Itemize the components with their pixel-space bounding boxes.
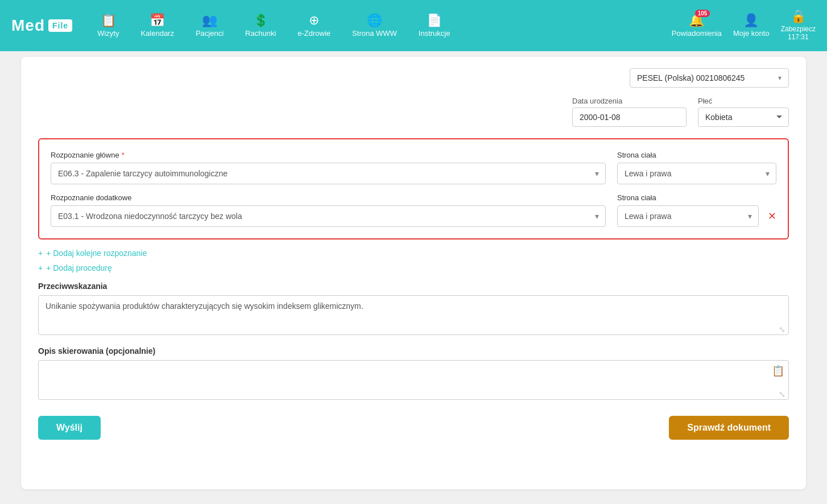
gender-group: Płeć Kobieta Mężczyzna — [698, 97, 789, 127]
date-gender-row: Data urodzenia Płeć Kobieta Mężczyzna — [38, 97, 789, 127]
nav-item-powiadomienia[interactable]: 🔔 105 Powiadomienia — [672, 14, 722, 38]
lock-icon: 🔒 — [791, 10, 806, 23]
nav-item-ezdrowie[interactable]: ⊕ e-Zdrowie — [290, 10, 338, 42]
referral-wrap: 📋 ⤡ — [38, 360, 789, 402]
side-select-2[interactable]: Lewa i prawa Lewa Prawa Brak — [617, 205, 759, 227]
side-select-1[interactable]: Lewa i prawa Lewa Prawa Brak — [617, 163, 776, 184]
clipboard-icon: 📋 — [101, 14, 116, 27]
nav-item-instrukcje[interactable]: 📄 Instrukcje — [411, 10, 458, 42]
logo-med: Med — [11, 16, 45, 35]
diagnosis-box: Rozpoznanie główne* E06.3 - Zapalenie ta… — [38, 138, 789, 239]
nav-label-rachunki: Rachunki — [245, 29, 276, 38]
add-diagnosis-label: + Dodaj kolejne rozpoznanie — [46, 249, 147, 258]
nav-items: 📋 Wizyty 📅 Kalendarz 👥 Pacjenci 💲 Rachun… — [89, 10, 672, 42]
nav-item-kalendarz[interactable]: 📅 Kalendarz — [133, 10, 182, 42]
nav-label-wizyty: Wizyty — [97, 29, 119, 38]
main-content: PESEL (Polska) 00210806245 ▾ Data urodze… — [21, 57, 806, 489]
add-procedure-label: + Dodaj procedurę — [46, 263, 112, 272]
contraindications-textarea[interactable] — [38, 295, 789, 335]
send-button[interactable]: Wyślij — [38, 416, 101, 440]
diagnosis-extra-select[interactable]: E03.1 - Wrodzona niedoczynność tarczycy … — [51, 205, 606, 227]
nav-label-kalendarz: Kalendarz — [140, 29, 174, 38]
patients-icon: 👥 — [202, 14, 217, 27]
side-select-2-wrap: Lewa i prawa Lewa Prawa Brak ▾ — [617, 205, 759, 227]
diagnosis-extra-right: Strona ciała Lewa i prawa Lewa Prawa Bra… — [617, 193, 776, 227]
nav-item-moje-konto[interactable]: 👤 Moje konto — [733, 14, 770, 38]
side-select-1-wrap: Lewa i prawa Lewa Prawa Brak ▾ — [617, 163, 776, 184]
delete-diagnosis-button[interactable]: ✕ — [768, 210, 776, 222]
nav-item-strona-www[interactable]: 🌐 Strona WWW — [344, 10, 405, 42]
diagnosis-main-row: Rozpoznanie główne* E06.3 - Zapalenie ta… — [51, 151, 776, 184]
diagnosis-extra-left: Rozpoznanie dodatkowe E03.1 - Wrodzona n… — [51, 193, 606, 227]
nav-label-ezdrowie: e-Zdrowie — [297, 29, 330, 38]
paste-icon[interactable]: 📋 — [772, 365, 784, 377]
nav-item-rachunki[interactable]: 💲 Rachunki — [237, 10, 284, 42]
notification-badge: 105 — [695, 10, 710, 17]
date-input[interactable] — [572, 108, 687, 127]
plus-icon-procedure: + — [38, 263, 43, 272]
logo-file: File — [48, 19, 72, 32]
nav-label-zabezpiecz: Zabezpiecz 117:31 — [781, 25, 816, 41]
diagnosis-main-right: Strona ciała Lewa i prawa Lewa Prawa Bra… — [617, 151, 776, 184]
required-star: * — [122, 151, 125, 159]
nav-label-moje-konto: Moje konto — [733, 29, 770, 38]
globe-icon: 🌐 — [367, 14, 382, 27]
diagnosis-extra-row: Rozpoznanie dodatkowe E03.1 - Wrodzona n… — [51, 193, 776, 227]
nav-label-pacjenci: Pacjenci — [196, 29, 224, 38]
nav-label-powiadomienia: Powiadomienia — [672, 29, 722, 38]
side-body-label-2: Strona ciała — [617, 193, 776, 202]
nav-label-strona-www: Strona WWW — [352, 29, 397, 38]
date-label: Data urodzenia — [572, 97, 687, 105]
nav-item-pacjenci[interactable]: 👥 Pacjenci — [188, 10, 231, 42]
navbar: Med File 📋 Wizyty 📅 Kalendarz 👥 Pacjenci… — [0, 0, 827, 51]
pesel-select[interactable]: PESEL (Polska) 00210806245 ▾ — [630, 68, 789, 88]
instructions-icon: 📄 — [427, 14, 442, 27]
check-document-button[interactable]: Sprawdź dokument — [669, 416, 789, 440]
referral-section-label: Opis skierowania (opcjonalnie) — [38, 346, 789, 356]
pesel-chevron-icon: ▾ — [778, 74, 781, 82]
date-group: Data urodzenia — [572, 97, 687, 127]
nav-item-zabezpiecz[interactable]: 🔒 Zabezpiecz 117:31 — [781, 10, 816, 41]
nav-label-instrukcje: Instrukcje — [419, 29, 450, 38]
top-section: PESEL (Polska) 00210806245 ▾ — [38, 68, 789, 88]
plus-icon-diagnosis: + — [38, 249, 43, 258]
calendar-icon: 📅 — [150, 14, 165, 27]
health-icon: ⊕ — [309, 14, 319, 27]
side-select-2-group: Lewa i prawa Lewa Prawa Brak ▾ ✕ — [617, 205, 776, 227]
diagnosis-main-label: Rozpoznanie główne* — [51, 151, 606, 159]
logo[interactable]: Med File — [11, 16, 72, 35]
side-body-label-1: Strona ciała — [617, 151, 776, 159]
billing-icon: 💲 — [253, 14, 268, 27]
user-icon: 👤 — [743, 14, 759, 27]
gender-select[interactable]: Kobieta Mężczyzna — [698, 108, 789, 127]
diagnosis-extra-select-wrap: E03.1 - Wrodzona niedoczynność tarczycy … — [51, 205, 606, 227]
diagnosis-main-select[interactable]: E06.3 - Zapalenie tarczycy autoimmunolog… — [51, 163, 606, 184]
contraindications-wrap: ⤡ — [38, 295, 789, 337]
gender-label: Płeć — [698, 97, 789, 105]
diagnosis-extra-label: Rozpoznanie dodatkowe — [51, 193, 606, 202]
pesel-value: PESEL (Polska) 00210806245 — [637, 73, 745, 82]
referral-textarea[interactable] — [38, 360, 789, 400]
btn-row: Wyślij Sprawdź dokument — [38, 416, 789, 440]
add-diagnosis-link[interactable]: + + Dodaj kolejne rozpoznanie — [38, 249, 789, 258]
diagnosis-main-select-wrap: E06.3 - Zapalenie tarczycy autoimmunolog… — [51, 163, 606, 184]
nav-right: 🔔 105 Powiadomienia 👤 Moje konto 🔒 Zabez… — [672, 10, 816, 41]
nav-item-wizyty[interactable]: 📋 Wizyty — [89, 10, 127, 42]
add-procedure-link[interactable]: + + Dodaj procedurę — [38, 263, 789, 272]
contraindications-section-label: Przeciwwskazania — [38, 282, 789, 291]
diagnosis-main-left: Rozpoznanie główne* E06.3 - Zapalenie ta… — [51, 151, 606, 184]
